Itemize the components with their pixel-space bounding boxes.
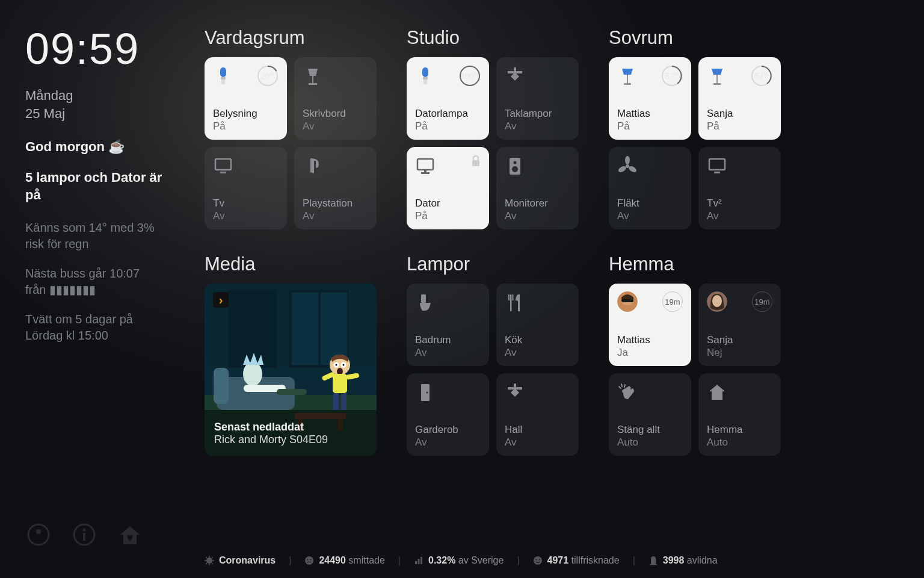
tv-icon — [707, 155, 727, 178]
lock-icon — [471, 155, 481, 166]
svg-point-82 — [305, 556, 313, 565]
svg-point-89 — [535, 559, 537, 561]
fan-icon — [617, 155, 638, 178]
playstation-icon — [303, 155, 323, 178]
home-icon — [707, 381, 727, 404]
speaker-icon — [505, 155, 525, 178]
svg-rect-62 — [333, 374, 347, 393]
svg-rect-91 — [650, 564, 657, 565]
svg-point-50 — [243, 362, 262, 386]
group-title: Studio — [407, 27, 579, 49]
door-icon — [415, 381, 436, 404]
svg-rect-87 — [420, 557, 422, 564]
svg-point-60 — [343, 364, 345, 366]
tv-icon — [213, 155, 233, 178]
media-card[interactable]: › Senast nedladdat Rick and Morty S04E09 — [205, 284, 377, 456]
bedside-lamp-icon — [707, 65, 727, 88]
tile-stang-allt[interactable]: Stäng alltAuto — [609, 373, 691, 456]
tile-belysning[interactable]: 20% BelysningPå — [205, 57, 287, 140]
tile-taklampor[interactable]: TaklamporAv — [496, 57, 579, 140]
virus-icon — [205, 556, 214, 565]
svg-rect-43 — [229, 290, 277, 368]
svg-point-35 — [83, 529, 86, 532]
svg-line-79 — [212, 563, 213, 564]
group-title: Hemma — [609, 253, 781, 275]
home-heart-icon[interactable] — [117, 521, 143, 548]
tile-kok[interactable]: KökAv — [496, 284, 579, 366]
group-title: Lampor — [407, 253, 579, 275]
svg-rect-66 — [341, 393, 346, 410]
tile-person-sanja[interactable]: 19m SanjaNej — [698, 284, 781, 366]
toilet-icon — [415, 291, 436, 314]
group-vardagsrum: Vardagsrum 20% BelysningPå SkrivbordAv T… — [205, 27, 377, 229]
tile-playstation[interactable]: PlaystationAv — [294, 147, 377, 229]
svg-point-83 — [307, 559, 309, 561]
svg-rect-45 — [292, 293, 318, 365]
svg-point-84 — [310, 559, 312, 561]
svg-rect-86 — [417, 559, 419, 564]
svg-point-73 — [206, 558, 212, 564]
svg-line-80 — [206, 563, 207, 564]
sidebar-nav — [25, 521, 162, 560]
plex-icon: › — [213, 292, 229, 308]
tile-tv2[interactable]: Tv²Av — [698, 147, 781, 229]
svg-point-72 — [712, 295, 722, 307]
media-title: Rick and Morty S04E09 — [214, 434, 367, 446]
time-badge: 19m — [752, 291, 772, 312]
utensils-icon — [505, 291, 525, 314]
avatar — [707, 291, 727, 312]
svg-rect-46 — [321, 293, 347, 365]
svg-rect-36 — [83, 533, 85, 541]
svg-rect-49 — [214, 368, 229, 404]
tile-monitorer[interactable]: MonitorerAv — [496, 147, 579, 229]
laundry-info: Tvätt om 5 dagar på Lördag kl 15:00 — [25, 311, 162, 344]
grave-icon — [648, 556, 658, 565]
status-summary: 5 lampor och Dator är på — [25, 169, 162, 204]
weather-info: Känns som 14° med 3% risk för regn — [25, 220, 162, 252]
tile-mattias-lamp[interactable]: 57% MattiasPå — [609, 57, 691, 140]
ceiling-light-icon — [505, 65, 525, 88]
ceiling-light-icon — [505, 381, 525, 404]
brightness-ring: 57% — [661, 65, 683, 87]
chart-icon — [414, 556, 424, 565]
tile-person-mattias[interactable]: 19m MattiasJa — [609, 284, 691, 366]
tile-badrum[interactable]: BadrumAv — [407, 284, 489, 366]
group-sovrum: Sovrum 57% MattiasPå 57% SanjaPå FläktAv… — [609, 27, 781, 229]
monitor-icon — [415, 155, 436, 178]
svg-line-81 — [212, 557, 213, 558]
group-title: Sovrum — [609, 27, 781, 49]
info-icon[interactable] — [71, 521, 97, 548]
tile-datorlampa[interactable]: 100% DatorlampaPå — [407, 57, 489, 140]
tile-skrivbord[interactable]: SkrivbordAv — [294, 57, 377, 140]
group-hemma: Hemma 19m MattiasJa 19m SanjaNej Stäng a… — [609, 253, 781, 456]
tile-garderob[interactable]: GarderobAv — [407, 373, 489, 456]
group-lampor: Lampor BadrumAv KökAv GarderobAv HallAv — [407, 253, 579, 456]
svg-rect-85 — [415, 561, 417, 564]
happy-icon — [533, 556, 543, 565]
sidebar: 09:59 Måndag 25 Maj God morgon ☕ 5 lampo… — [0, 0, 180, 578]
svg-point-32 — [28, 524, 49, 545]
tile-hemma-auto[interactable]: HemmaAuto — [698, 373, 781, 456]
greeting: God morgon ☕ — [25, 139, 162, 155]
tile-hall[interactable]: HallAv — [496, 373, 579, 456]
footer-stats: Coronavirus | 24490 smittade | 0.32% av … — [205, 539, 894, 566]
lamp-icon — [303, 65, 323, 88]
date: Måndag 25 Maj — [25, 87, 162, 122]
bulb-icon — [415, 65, 436, 88]
avatar — [617, 291, 638, 312]
vacuum-icon[interactable] — [25, 521, 52, 548]
tile-flakt[interactable]: FläktAv — [609, 147, 691, 229]
tile-sanja-lamp[interactable]: 57% SanjaPå — [698, 57, 781, 140]
bedside-lamp-icon — [617, 65, 638, 88]
svg-point-33 — [36, 529, 41, 534]
brightness-ring: 20% — [257, 65, 279, 87]
svg-point-38 — [460, 66, 479, 85]
clock: 09:59 — [25, 24, 162, 73]
clap-icon — [617, 381, 638, 404]
tile-dator[interactable]: DatorPå — [407, 147, 489, 229]
bulb-icon — [213, 65, 233, 88]
svg-point-90 — [538, 559, 540, 561]
svg-point-59 — [336, 364, 337, 366]
tile-tv[interactable]: TvAv — [205, 147, 287, 229]
group-title: Media — [205, 253, 377, 275]
